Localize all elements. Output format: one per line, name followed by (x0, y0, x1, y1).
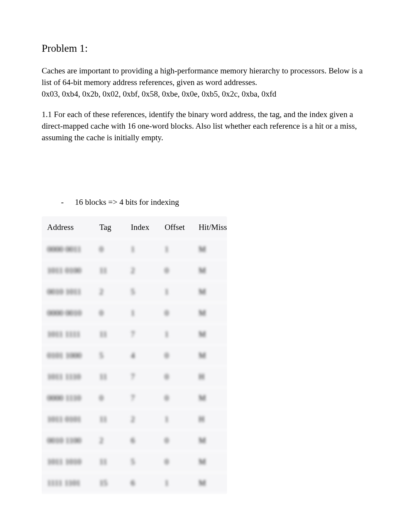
cell-index: 7 (125, 367, 159, 388)
cell-tag: 11 (94, 367, 125, 388)
header-offset: Offset (159, 216, 193, 239)
bullet-dash-icon: - (61, 197, 75, 207)
cell-index: 5 (125, 282, 159, 303)
cell-index: 7 (125, 324, 159, 345)
table-row: 0000 0011011M (42, 239, 227, 260)
cell-address: 1011 1010 (42, 452, 94, 473)
cell-offset: 0 (159, 430, 193, 452)
cell-index: 7 (125, 388, 159, 409)
cell-hitmiss: M (193, 388, 227, 409)
table-row: 1011 11101170H (42, 367, 227, 388)
cell-tag: 0 (94, 239, 125, 260)
cell-index: 6 (125, 473, 159, 494)
header-index: Index (125, 216, 159, 239)
cell-index: 1 (125, 239, 159, 260)
problem-heading: Problem 1: (42, 42, 368, 54)
header-hitmiss: Hit/Miss (193, 216, 227, 239)
cell-hitmiss: M (193, 324, 227, 345)
cell-address: 0010 1011 (42, 282, 94, 303)
cell-tag: 15 (94, 473, 125, 494)
table-row: 1011 01011121H (42, 409, 227, 430)
cell-hitmiss: H (193, 367, 227, 388)
cell-hitmiss: M (193, 452, 227, 473)
cell-address: 0000 1110 (42, 388, 94, 409)
table-row: 1011 11111171M (42, 324, 227, 345)
cell-tag: 5 (94, 345, 125, 367)
cell-index: 6 (125, 430, 159, 452)
cell-tag: 11 (94, 324, 125, 345)
cell-address: 1011 0100 (42, 260, 94, 282)
cell-tag: 11 (94, 260, 125, 282)
cell-address: 1011 1110 (42, 367, 94, 388)
cell-address: 0000 0011 (42, 239, 94, 260)
cell-offset: 1 (159, 324, 193, 345)
cell-address: 1011 1111 (42, 324, 94, 345)
cell-offset: 0 (159, 260, 193, 282)
cell-index: 4 (125, 345, 159, 367)
question-paragraph: 1.1 For each of these references, identi… (42, 109, 368, 143)
table-row: 0000 0010010M (42, 303, 227, 324)
table-row: 0000 1110070M (42, 388, 227, 409)
cell-offset: 0 (159, 388, 193, 409)
cell-offset: 0 (159, 345, 193, 367)
cache-table: Address Tag Index Offset Hit/Miss 0000 0… (42, 216, 227, 494)
table-body: 0000 0011011M1011 01001120M0010 1011251M… (42, 239, 227, 494)
bullet-item: - 16 blocks => 4 bits for indexing (61, 197, 368, 207)
cell-hitmiss: M (193, 345, 227, 367)
cell-tag: 0 (94, 303, 125, 324)
cell-hitmiss: M (193, 260, 227, 282)
cell-address: 0101 1000 (42, 345, 94, 367)
cell-index: 5 (125, 452, 159, 473)
cell-index: 1 (125, 303, 159, 324)
table-row: 1011 10101150M (42, 452, 227, 473)
intro-line-1: Caches are important to providing a high… (42, 66, 363, 87)
cell-offset: 0 (159, 367, 193, 388)
table-row: 0010 1100260M (42, 430, 227, 452)
cell-offset: 1 (159, 239, 193, 260)
cell-hitmiss: M (193, 303, 227, 324)
intro-line-2: 0x03, 0xb4, 0x2b, 0x02, 0xbf, 0x58, 0xbe… (42, 89, 276, 99)
cell-hitmiss: H (193, 409, 227, 430)
bullet-text: 16 blocks => 4 bits for indexing (75, 197, 179, 207)
cell-hitmiss: M (193, 282, 227, 303)
cell-hitmiss: M (193, 473, 227, 494)
cell-index: 2 (125, 260, 159, 282)
vertical-spacer (42, 153, 368, 197)
cell-hitmiss: M (193, 239, 227, 260)
header-tag: Tag (94, 216, 125, 239)
cell-index: 2 (125, 409, 159, 430)
cell-tag: 11 (94, 452, 125, 473)
cell-address: 1011 0101 (42, 409, 94, 430)
intro-paragraph: Caches are important to providing a high… (42, 65, 368, 100)
cell-offset: 0 (159, 452, 193, 473)
table-row: 0010 1011251M (42, 282, 227, 303)
cell-tag: 0 (94, 388, 125, 409)
cell-offset: 1 (159, 473, 193, 494)
cell-tag: 11 (94, 409, 125, 430)
cell-offset: 0 (159, 303, 193, 324)
cell-hitmiss: M (193, 430, 227, 452)
cell-tag: 2 (94, 430, 125, 452)
cache-table-wrap: Address Tag Index Offset Hit/Miss 0000 0… (42, 216, 227, 494)
cell-tag: 2 (94, 282, 125, 303)
table-row: 1011 01001120M (42, 260, 227, 282)
cell-address: 0010 1100 (42, 430, 94, 452)
cell-address: 0000 0010 (42, 303, 94, 324)
cell-offset: 1 (159, 409, 193, 430)
table-header-row: Address Tag Index Offset Hit/Miss (42, 216, 227, 239)
cell-offset: 1 (159, 282, 193, 303)
header-address: Address (42, 216, 94, 239)
table-row: 1111 11011561M (42, 473, 227, 494)
cell-address: 1111 1101 (42, 473, 94, 494)
table-row: 0101 1000540M (42, 345, 227, 367)
